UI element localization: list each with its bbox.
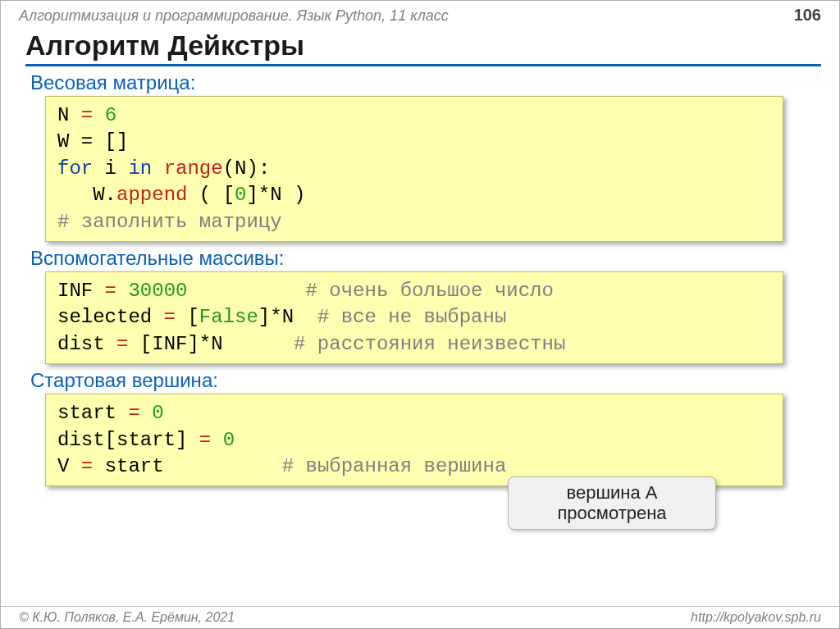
code-text: start [105, 455, 282, 477]
code-text [152, 157, 163, 180]
page-title: Алгоритм Дейкстры [25, 30, 821, 66]
footer-url: http://kpolyakov.spb.ru [691, 610, 821, 625]
code-text: dist[start] [57, 429, 187, 451]
code-text: DIST [57, 333, 105, 355]
code-text: [INF]*N [140, 333, 294, 355]
code-func: append [116, 184, 187, 206]
code-op: = [116, 402, 152, 424]
code-number: 0 [235, 184, 246, 206]
code-comment: # расстояния неизвестны [294, 333, 565, 355]
code-block-3: start = 0 dist[start] = 0 V = start # вы… [45, 394, 783, 486]
code-text [187, 280, 305, 302]
code-text: [ [187, 306, 199, 328]
code-text: N [57, 104, 81, 126]
code-number: 0 [152, 402, 163, 424]
copyright: © К.Ю. Поляков, Е.А. Ерёмин, 2021 [19, 610, 235, 625]
code-text: V [57, 455, 69, 477]
code-text: ]*N ) [246, 184, 305, 206]
page-number: 106 [794, 6, 821, 25]
code-op: = [187, 429, 222, 451]
code-text: ( [ [187, 184, 235, 206]
section-heading-start-vertex: Стартовая вершина: [30, 369, 839, 392]
code-comment: # заполнить матрицу [57, 211, 282, 233]
code-text [93, 104, 104, 126]
code-block-1: N = 6 W = [] for i in range(N): W.append… [45, 96, 783, 242]
header-bar: Алгоритмизация и программирование. Язык … [1, 1, 839, 26]
code-func: range [164, 157, 223, 180]
code-op: = [69, 455, 104, 477]
callout-box: вершина A просмотрена [508, 476, 716, 530]
section-heading-aux-arrays: Вспомогательные массивы: [30, 247, 839, 270]
callout-line1: вершина A [517, 482, 707, 503]
code-text: INF [57, 280, 105, 302]
code-number: 6 [105, 104, 116, 126]
code-comment: # выбранная вершина [282, 455, 507, 477]
code-text: W = [] [57, 130, 128, 153]
code-text: (N): [223, 157, 271, 180]
code-op: = [105, 333, 140, 355]
code-text: SELECTED [57, 306, 152, 328]
breadcrumb: Алгоритмизация и программирование. Язык … [19, 7, 449, 25]
code-bool: False [199, 306, 258, 328]
code-keyword: in [128, 157, 152, 180]
code-text: ]*N [258, 306, 317, 328]
code-number: 0 [223, 429, 235, 451]
code-op: = [81, 104, 93, 126]
code-comment: # все не выбраны [317, 306, 506, 328]
code-comment: # очень большое число [305, 280, 553, 302]
section-heading-weight-matrix: Весовая матрица: [30, 71, 839, 94]
footer: © К.Ю. Поляков, Е.А. Ерёмин, 2021 http:/… [1, 606, 839, 628]
code-op: = [152, 306, 187, 328]
code-text: i [93, 157, 128, 180]
code-text: W. [57, 184, 116, 206]
code-text: start [57, 402, 116, 424]
slide: Алгоритмизация и программирование. Язык … [0, 0, 840, 629]
code-block-2: INF = 30000 # очень большое число SELECT… [45, 271, 783, 364]
code-text [116, 280, 128, 302]
code-number: 30000 [128, 280, 187, 302]
code-keyword: for [57, 157, 93, 180]
code-op: = [105, 280, 116, 302]
callout-line2: просмотрена [517, 503, 707, 523]
